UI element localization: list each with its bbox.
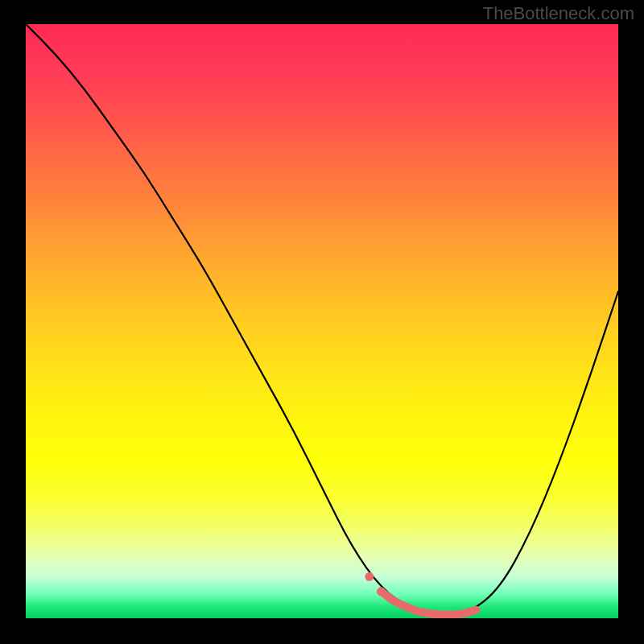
optimal-dot xyxy=(365,572,374,581)
optimal-dot xyxy=(377,587,386,596)
watermark-text: TheBottleneck.com xyxy=(483,3,634,24)
optimal-range-dots xyxy=(365,572,386,597)
chart-svg xyxy=(26,24,618,618)
optimal-range-segment xyxy=(382,592,477,615)
plot-area xyxy=(26,24,618,618)
bottleneck-curve xyxy=(26,24,618,615)
